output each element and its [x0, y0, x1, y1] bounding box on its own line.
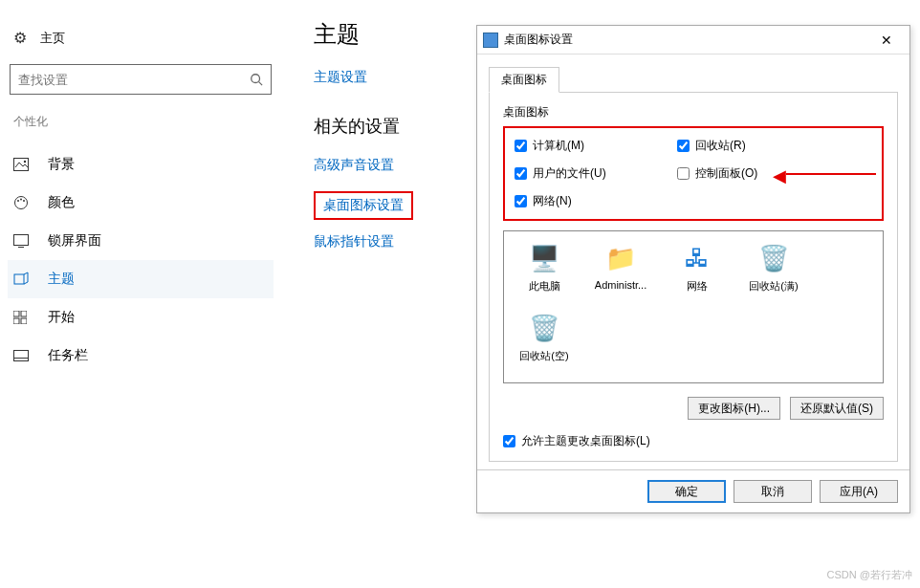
svg-rect-10	[14, 274, 24, 284]
sidebar-item-themes[interactable]: 主题	[8, 260, 274, 298]
tab-content: 桌面图标 计算机(M) 回收站(R) 用户的文件(U) 控制面板(O) 网络(N…	[489, 93, 898, 462]
sidebar-item-label: 背景	[48, 156, 75, 173]
svg-point-5	[17, 200, 19, 202]
svg-rect-11	[13, 311, 19, 316]
tab-desktop-icons[interactable]: 桌面图标	[489, 67, 559, 93]
search-icon	[250, 73, 263, 86]
checkbox-network[interactable]: 网络(N)	[515, 193, 677, 209]
checkbox-recycle-bin[interactable]: 回收站(R)	[677, 138, 830, 154]
restore-default-button[interactable]: 还原默认值(S)	[790, 397, 884, 420]
sidebar-item-start[interactable]: 开始	[8, 298, 274, 337]
svg-point-6	[20, 199, 22, 201]
checkbox-user-files[interactable]: 用户的文件(U)	[515, 165, 677, 182]
icon-item-recycle-full[interactable]: 🗑️ 回收站(满)	[739, 241, 808, 294]
checkbox-input[interactable]	[503, 435, 515, 447]
desktop-icon-settings-dialog: 桌面图标设置 ✕ 桌面图标 桌面图标 计算机(M) 回收站(R) 用户的文件(U…	[476, 25, 910, 513]
svg-rect-15	[14, 351, 29, 361]
related-settings-title: 相关的设置	[314, 115, 457, 138]
dialog-title: 桌面图标设置	[504, 32, 869, 48]
checkbox-label: 计算机(M)	[533, 138, 584, 154]
home-link[interactable]: ⚙ 主页	[8, 23, 274, 53]
recycle-empty-icon: 🗑️	[525, 311, 563, 345]
checkbox-input[interactable]	[515, 195, 527, 207]
highlight-box: 桌面图标设置	[314, 191, 413, 220]
svg-rect-14	[21, 318, 27, 324]
picture-icon	[13, 158, 31, 171]
svg-point-3	[24, 161, 26, 163]
network-icon: 🖧	[678, 241, 716, 275]
settings-sidebar: ⚙ 主页 个性化 背景 颜色 锁屏界面 主题 开始	[0, 0, 277, 379]
checkbox-input[interactable]	[677, 167, 690, 180]
search-input[interactable]	[18, 73, 250, 87]
group-label: 桌面图标	[503, 104, 884, 120]
icon-list[interactable]: 🖥️ 此电脑 📁 Administr... 🖧 网络 🗑️ 回收站(满) 🗑️	[503, 230, 884, 383]
allow-theme-label: 允许主题更改桌面图标(L)	[521, 433, 650, 449]
close-icon[interactable]: ✕	[869, 33, 904, 48]
dialog-footer: 确定 取消 应用(A)	[477, 469, 909, 512]
home-label: 主页	[40, 30, 65, 47]
arrow-icon: ◀	[773, 165, 786, 186]
checkbox-label: 用户的文件(U)	[533, 165, 606, 182]
desktop-icon-settings-link[interactable]: 桌面图标设置	[323, 197, 404, 214]
checkbox-input[interactable]	[515, 140, 527, 152]
dialog-body: 桌面图标 桌面图标 计算机(M) 回收站(R) 用户的文件(U) 控制面板(O)…	[477, 54, 909, 469]
change-icon-button[interactable]: 更改图标(H)...	[688, 397, 780, 420]
icon-label: 回收站(空)	[510, 349, 579, 363]
checkbox-label: 控制面板(O)	[695, 165, 757, 182]
search-box[interactable]	[10, 64, 272, 95]
checkbox-input[interactable]	[515, 167, 527, 180]
gear-icon: ⚙	[13, 29, 27, 47]
main-panel: 主题 主题设置 相关的设置 高级声音设置 桌面图标设置 鼠标指针设置	[314, 19, 457, 268]
sidebar-item-colors[interactable]: 颜色	[8, 184, 274, 222]
checkbox-input[interactable]	[677, 140, 690, 152]
icon-label: 此电脑	[510, 279, 579, 294]
advanced-sound-link[interactable]: 高级声音设置	[314, 157, 457, 174]
sidebar-item-taskbar[interactable]: 任务栏	[8, 337, 274, 375]
icon-label: 回收站(满)	[739, 279, 808, 294]
dialog-app-icon	[483, 33, 498, 48]
lockscreen-icon	[13, 234, 31, 248]
checkbox-label: 回收站(R)	[695, 138, 746, 154]
icon-label: Administr...	[586, 279, 655, 291]
sidebar-item-label: 颜色	[48, 194, 75, 211]
cancel-button[interactable]: 取消	[734, 480, 812, 503]
taskbar-icon	[13, 350, 31, 361]
recycle-full-icon: 🗑️	[755, 241, 793, 275]
mouse-pointer-link[interactable]: 鼠标指针设置	[314, 233, 457, 250]
arrow-line	[786, 173, 876, 175]
checkbox-computer[interactable]: 计算机(M)	[515, 138, 677, 154]
themes-icon	[13, 272, 31, 287]
apply-button[interactable]: 应用(A)	[820, 480, 898, 503]
checkbox-label: 网络(N)	[533, 193, 572, 209]
svg-point-0	[252, 75, 260, 83]
tab-header: 桌面图标	[489, 66, 898, 93]
icon-label: 网络	[663, 279, 732, 294]
svg-line-1	[259, 82, 263, 86]
start-icon	[13, 311, 31, 324]
folder-icon: 📁	[602, 241, 640, 275]
svg-point-7	[23, 200, 25, 202]
sidebar-item-label: 锁屏界面	[48, 232, 101, 250]
svg-rect-13	[13, 318, 19, 324]
allow-theme-checkbox[interactable]: 允许主题更改桌面图标(L)	[503, 433, 884, 449]
icon-item-this-pc[interactable]: 🖥️ 此电脑	[510, 241, 579, 294]
icon-item-recycle-empty[interactable]: 🗑️ 回收站(空)	[510, 311, 579, 363]
sidebar-item-label: 开始	[48, 309, 75, 326]
computer-icon: 🖥️	[525, 241, 563, 275]
dialog-titlebar[interactable]: 桌面图标设置 ✕	[477, 26, 909, 54]
section-label: 个性化	[13, 114, 274, 130]
svg-rect-12	[21, 311, 27, 316]
icon-item-network[interactable]: 🖧 网络	[663, 241, 732, 294]
svg-rect-8	[14, 235, 29, 246]
sidebar-item-lockscreen[interactable]: 锁屏界面	[8, 222, 274, 260]
svg-point-4	[15, 197, 28, 209]
ok-button[interactable]: 确定	[647, 480, 726, 503]
theme-settings-link[interactable]: 主题设置	[314, 69, 457, 86]
palette-icon	[13, 195, 31, 210]
sidebar-item-background[interactable]: 背景	[8, 145, 274, 184]
sidebar-item-label: 任务栏	[48, 347, 88, 364]
sidebar-item-label: 主题	[48, 271, 75, 288]
icon-item-user-folder[interactable]: 📁 Administr...	[586, 241, 655, 291]
page-title: 主题	[314, 19, 457, 50]
watermark: CSDN @若行若冲	[827, 568, 912, 582]
